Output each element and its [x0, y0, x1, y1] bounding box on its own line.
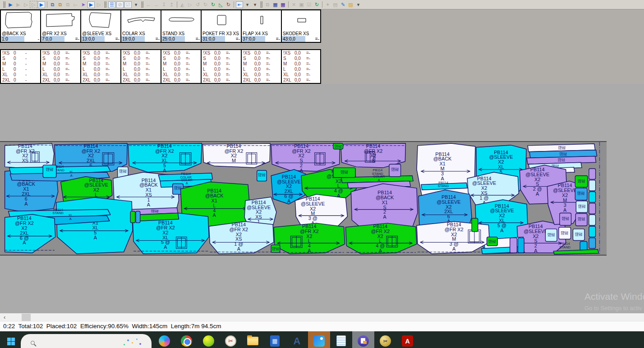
pattern-piece[interactable] [589, 192, 596, 202]
size-row[interactable]: XL0,0=- [243, 72, 281, 78]
toolbar-button-icon[interactable]: ↻ [313, 1, 321, 8]
pattern-piece[interactable]: PB114XS FR [271, 245, 280, 252]
size-row[interactable]: 2XL0,0=- [203, 78, 241, 83]
taskbar-search[interactable] [21, 334, 152, 348]
toolbar-button-icon[interactable]: ☰ [108, 1, 115, 8]
toolbar-button-icon[interactable]: ← [145, 1, 152, 8]
size-row[interactable]: 2XL0- [2, 78, 40, 83]
marker-canvas[interactable]: PB114@FR X2X2XSPB114@FR X2X22XL6APB114@F… [0, 141, 607, 256]
toolbar-button-icon[interactable]: ▨ [347, 1, 354, 8]
size-row[interactable]: !XS0,0=- [203, 50, 241, 56]
piece-thumbnail[interactable]: STAND XS25:0,0=- [161, 9, 201, 43]
toolbar-button-icon[interactable]: ✎ [339, 1, 347, 8]
piece-thumbnail[interactable]: @FR X2 XS7:0,0=- [40, 9, 80, 43]
size-row[interactable]: L0- [2, 67, 40, 72]
size-row[interactable]: XL0,0=- [42, 72, 80, 78]
size-row[interactable]: M0- [2, 61, 40, 67]
size-row[interactable]: !XS0,0=- [42, 50, 80, 56]
cad-app-icon[interactable] [352, 331, 374, 348]
size-row[interactable]: S0,0=- [203, 56, 241, 61]
piece-id-value[interactable]: 1:0 [1, 36, 24, 42]
toolbar-button-icon[interactable]: ◭ [179, 1, 186, 8]
size-row[interactable]: S0,0=- [83, 56, 120, 61]
acrobat-icon[interactable]: A [396, 331, 419, 348]
size-row[interactable]: L0,0=- [283, 67, 320, 72]
word-a-app-icon[interactable]: A [286, 331, 308, 348]
size-row[interactable]: M0,0=- [243, 61, 281, 67]
calculator-icon[interactable]: ▦ [264, 331, 286, 348]
toolbar-button-icon[interactable]: ➤ [79, 1, 87, 8]
toolbar-button-icon[interactable]: ▾ [132, 1, 140, 8]
toolbar-button-icon[interactable]: ⊘ [116, 1, 124, 8]
pattern-piece[interactable]: PB114XS FR [257, 170, 267, 181]
toolbar-button-icon[interactable]: ⧉ [264, 1, 271, 8]
pattern-piece[interactable]: PB114XS FR [575, 188, 587, 200]
pattern-piece[interactable] [136, 211, 140, 223]
size-row[interactable]: M0,0=- [83, 61, 120, 67]
size-row[interactable]: XL0,0=- [163, 72, 201, 78]
size-row[interactable]: M0,0=- [123, 61, 161, 67]
piece-id-value[interactable]: 13:0,0 [81, 36, 105, 42]
size-row[interactable]: L0,0=- [83, 67, 120, 72]
size-row[interactable]: S0,0=- [283, 56, 320, 61]
toolbar-button-icon[interactable]: ▷ [22, 1, 30, 8]
piece-thumbnail[interactable]: @BACK XS1:0- [0, 9, 40, 43]
pattern-piece[interactable] [589, 180, 596, 191]
scroll-left-arrow-icon[interactable]: ‹ [4, 313, 5, 321]
toolbar-button-icon[interactable]: ↥ [168, 1, 175, 8]
pattern-piece[interactable] [510, 238, 517, 253]
toolbar-button-icon[interactable]: ⧉ [49, 1, 56, 8]
pattern-piece[interactable]: PB114XS FR [573, 229, 584, 241]
horizontal-scrollbar[interactable]: ‹ [0, 313, 644, 321]
chrome-icon[interactable] [175, 331, 198, 348]
toolbar-button-icon[interactable]: ▷ [186, 1, 194, 8]
pattern-piece[interactable]: PB114XS FR [576, 201, 588, 213]
toolbar-button-icon[interactable]: ↻ [202, 1, 209, 8]
toolbar-button-icon[interactable]: ✕ [290, 1, 298, 8]
pattern-piece[interactable]: PB114XS FR [559, 227, 571, 239]
size-row[interactable]: L0,0=- [163, 67, 201, 72]
toolbar-button-icon[interactable]: ☑ [305, 1, 313, 8]
pattern-piece[interactable]: PB114XS FR [389, 164, 401, 177]
pattern-piece[interactable]: PB114STAND [559, 242, 570, 249]
scissors-badge-icon[interactable]: ✂ [374, 331, 396, 348]
piece-thumbnail[interactable]: COLAR XS19:0,0=- [120, 9, 161, 43]
size-row[interactable]: 2XL0,0=- [123, 78, 161, 83]
pattern-piece[interactable] [518, 238, 524, 253]
toolbar-button-icon[interactable]: ▦ [271, 1, 279, 8]
size-row[interactable]: M0,0=- [203, 61, 241, 67]
size-row[interactable]: XL0,0=- [83, 72, 120, 78]
size-row[interactable]: 2XL0,0=- [283, 78, 320, 83]
toolbar-button-icon[interactable]: ↺ [194, 1, 202, 8]
pattern-piece[interactable] [589, 169, 596, 179]
toolbar-button-icon[interactable]: ▶ [7, 1, 14, 8]
toolbar-button-icon[interactable]: ☑ [124, 1, 132, 8]
pattern-piece[interactable]: PB114XS FR [333, 168, 355, 178]
size-row[interactable]: L0,0=- [203, 67, 241, 72]
file-explorer-icon[interactable] [242, 331, 264, 348]
size-row[interactable]: S0,0=- [163, 56, 201, 61]
toolbar-button-icon[interactable]: ✦ [324, 1, 331, 8]
size-row[interactable]: 2XL0,0=- [42, 78, 80, 83]
size-row[interactable]: !XS0,0=- [163, 50, 201, 56]
pattern-piece[interactable]: PB114XS FR [487, 237, 497, 246]
size-row[interactable]: XL0- [2, 72, 40, 78]
toolbar-button-icon[interactable]: ▶ [87, 1, 95, 8]
piece-id-value[interactable]: 43:0,0 [282, 36, 305, 42]
size-row[interactable]: S0- [2, 56, 40, 61]
toolbar-button-icon[interactable]: ▾ [251, 1, 259, 8]
toolbar-button-icon[interactable]: → [152, 1, 160, 8]
pattern-piece[interactable]: PB114XS FR [560, 213, 571, 225]
toolbar-button-icon[interactable]: ⇤ [236, 1, 243, 8]
piece-id-value[interactable]: 37:0,0 [242, 36, 265, 42]
toolbar-button-icon[interactable]: ↧ [160, 1, 168, 8]
pattern-piece[interactable] [589, 203, 596, 214]
pattern-piece[interactable]: PB114XS FR [43, 165, 56, 178]
size-row[interactable]: XL0,0=- [123, 72, 161, 78]
toolbar-button-icon[interactable]: ▶ [14, 1, 22, 8]
piece-id-value[interactable]: 25:0,0 [161, 36, 185, 42]
pattern-piece[interactable] [589, 226, 596, 237]
pattern-piece[interactable]: PB114XS FR [575, 176, 588, 188]
photos-icon[interactable] [308, 331, 330, 348]
toolbar-button-icon[interactable]: ◺ [217, 1, 225, 8]
